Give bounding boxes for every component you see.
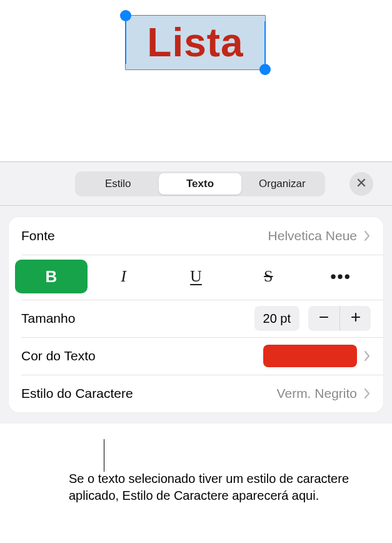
close-inspector-button[interactable]	[349, 172, 373, 196]
selection-handle-end[interactable]	[259, 64, 271, 75]
italic-glyph: I	[121, 267, 126, 286]
bold-button[interactable]: B	[15, 260, 88, 293]
more-text-options-button[interactable]: •••	[304, 260, 377, 293]
bold-glyph: B	[46, 267, 58, 287]
plus-icon	[349, 311, 362, 326]
tab-segmented-control: Estilo Texto Organizar	[75, 171, 325, 196]
font-row[interactable]: Fonte Helvetica Neue	[9, 217, 383, 255]
chevron-right-icon	[363, 230, 371, 241]
close-icon	[356, 178, 366, 190]
text-style-buttons: B I U S •••	[9, 255, 383, 300]
font-value: Helvetica Neue	[268, 228, 357, 243]
minus-icon	[318, 311, 330, 326]
size-input[interactable]: 20 pt	[254, 306, 299, 331]
ellipsis-icon: •••	[330, 267, 351, 287]
inspector-tabbar: Estilo Texto Organizar	[0, 162, 392, 206]
character-style-label: Estilo do Caractere	[21, 386, 133, 401]
size-increase-button[interactable]	[339, 306, 371, 331]
annotation-text: Se o texto selecionado tiver um estilo d…	[69, 470, 363, 504]
character-style-row[interactable]: Estilo do Caractere Verm. Negrito	[9, 375, 383, 412]
tab-style[interactable]: Estilo	[77, 173, 159, 195]
selection-caret-left	[125, 21, 126, 64]
text-format-card: Fonte Helvetica Neue B I U S	[9, 217, 383, 412]
font-label: Fonte	[21, 228, 55, 243]
document-canvas[interactable]: Lista	[0, 0, 392, 161]
text-color-swatch[interactable]	[263, 345, 357, 367]
chevron-right-icon	[363, 350, 371, 362]
format-inspector: Estilo Texto Organizar Fonte Helvetica N…	[0, 161, 392, 424]
tab-arrange[interactable]: Organizar	[241, 173, 323, 195]
selection-handle-start[interactable]	[120, 10, 131, 21]
size-value: 20 pt	[263, 312, 291, 326]
italic-button[interactable]: I	[88, 260, 160, 293]
selected-text: Lista	[147, 19, 243, 66]
chevron-right-icon	[363, 388, 371, 399]
annotation-leader-line	[104, 439, 104, 472]
text-color-row[interactable]: Cor do Texto	[9, 337, 383, 375]
tab-text[interactable]: Texto	[159, 173, 241, 195]
size-decrease-button[interactable]	[308, 306, 339, 331]
text-selection-box[interactable]: Lista	[125, 15, 266, 70]
text-color-label: Cor do Texto	[21, 348, 96, 363]
underline-button[interactable]: U	[160, 260, 233, 293]
selection-caret-right	[264, 21, 266, 64]
underline-glyph: U	[190, 267, 202, 286]
strike-glyph: S	[264, 267, 273, 286]
size-stepper	[308, 306, 371, 331]
size-row: Tamanho 20 pt	[9, 300, 383, 337]
size-label: Tamanho	[21, 311, 75, 326]
strikethrough-button[interactable]: S	[232, 260, 304, 293]
character-style-value: Verm. Negrito	[277, 386, 357, 401]
